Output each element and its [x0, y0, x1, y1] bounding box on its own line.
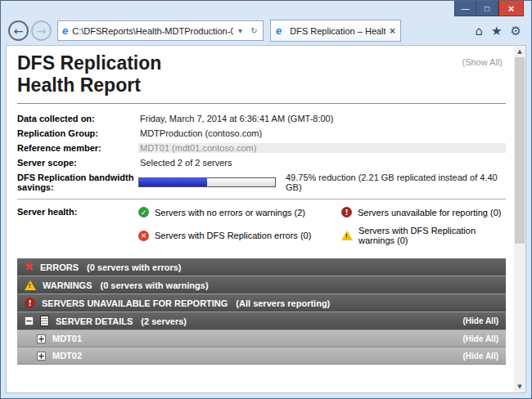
gear-icon[interactable]: ⚙	[511, 24, 521, 38]
navigation-bar: ← → e C:\DFSReports\Health-MDTProduction…	[1, 17, 531, 44]
warning-icon: !	[25, 280, 36, 290]
show-all-link[interactable]: (Show All)	[462, 57, 503, 67]
expand-icon[interactable]: +	[37, 334, 46, 343]
forward-button[interactable]: →	[31, 20, 52, 41]
hide-all-link[interactable]: (Hide All)	[462, 334, 498, 343]
field-row: Replication Group: MDTProduction (contos…	[17, 126, 506, 141]
star-icon[interactable]: ★	[491, 24, 502, 38]
bandwidth-bar-fill	[139, 178, 207, 186]
field-row: Data collected on: Friday, March 7, 2014…	[17, 111, 506, 126]
section-divider	[17, 199, 506, 200]
expand-icon[interactable]: +	[37, 352, 46, 361]
hide-all-link[interactable]: (Hide All)	[462, 352, 498, 361]
scroll-up-icon[interactable]: ▲	[514, 46, 525, 57]
vertical-scrollbar[interactable]: ▲ ▼	[514, 46, 525, 392]
close-button[interactable]: ×	[498, 1, 524, 16]
ok-icon: ✓	[138, 207, 149, 217]
unavailable-icon: !	[341, 207, 352, 217]
address-bar[interactable]: e C:\DFSReports\Health-MDTProduction-07M…	[57, 20, 264, 41]
tab-favicon: e	[276, 25, 282, 37]
report-sections: ✖ ERRORS (0 servers with errors) ! WARNI…	[17, 258, 506, 365]
title-divider	[17, 103, 506, 104]
server-row-mdt02[interactable]: + MDT02 (Hide All)	[17, 347, 506, 365]
server-health-row: Server health: ✓ Servers with no errors …	[17, 204, 506, 248]
back-button[interactable]: ←	[8, 20, 29, 41]
unavailable-icon: !	[25, 298, 35, 308]
section-unavailable[interactable]: ! SERVERS UNAVAILABLE FOR REPORTING (All…	[17, 294, 506, 312]
bandwidth-progress-bar	[138, 177, 276, 187]
browser-tab[interactable]: e DFS Replication – Health Re... ×	[270, 20, 401, 42]
minimize-button[interactable]: —	[454, 1, 476, 16]
field-row: Server scope: Selected 2 of 2 servers	[17, 155, 506, 170]
health-item: ! Servers with DFS Replication warnings …	[341, 226, 506, 245]
field-row: Reference member: MDT01 (mdt01.contoso.c…	[17, 141, 506, 155]
page-title: DFS Replication Health Report	[17, 52, 506, 96]
tab-title: DFS Replication – Health Re...	[290, 26, 385, 36]
scroll-down-icon[interactable]: ▼	[514, 381, 525, 392]
servers-icon	[40, 316, 49, 326]
error-icon: ×	[138, 231, 149, 241]
health-item: × Servers with DFS Replication errors (0…	[138, 226, 341, 245]
section-server-details[interactable]: − SERVER DETAILS (2 servers) (Hide All)	[17, 312, 506, 330]
browser-window: — □ × ← → e C:\DFSReports\Health-MDTProd…	[0, 0, 532, 399]
page-viewport: DFS Replication Health Report (Show All)…	[6, 45, 526, 393]
browser-toolbar: ⌂ ★ ⚙	[476, 24, 521, 38]
bandwidth-text: 49.75% reduction (2.21 GB replicated ins…	[284, 173, 506, 192]
server-name: MDT02	[52, 351, 82, 361]
hide-all-link[interactable]: (Hide All)	[462, 316, 498, 325]
address-url[interactable]: C:\DFSReports\Health-MDTProduction-07M	[72, 26, 233, 36]
scrollbar-thumb[interactable]	[515, 57, 525, 244]
tab-close-icon[interactable]: ×	[390, 25, 395, 37]
section-errors[interactable]: ✖ ERRORS (0 servers with errors)	[17, 258, 506, 276]
ie-page-icon: e	[62, 25, 68, 37]
error-icon: ✖	[25, 262, 34, 272]
maximize-button[interactable]: □	[476, 1, 498, 16]
health-item: ! Servers unavailable for reporting (0)	[341, 207, 506, 217]
server-row-mdt01[interactable]: + MDT01 (Hide All)	[17, 330, 506, 347]
bandwidth-row: DFS Replication bandwidth savings: 49.75…	[17, 170, 506, 195]
section-warnings[interactable]: ! WARNINGS (0 servers with warnings)	[17, 276, 506, 294]
warning-icon: !	[341, 231, 353, 240]
caption-buttons: — □ ×	[454, 1, 524, 16]
report-content: DFS Replication Health Report (Show All)…	[7, 46, 514, 392]
server-name: MDT01	[52, 334, 82, 343]
address-dropdown-icon[interactable]: ▾	[233, 26, 247, 35]
collapse-icon[interactable]: −	[25, 316, 34, 325]
health-item: ✓ Servers with no errors or warnings (2)	[138, 207, 341, 217]
refresh-icon[interactable]: ↻	[247, 26, 261, 35]
home-icon[interactable]: ⌂	[476, 24, 484, 38]
